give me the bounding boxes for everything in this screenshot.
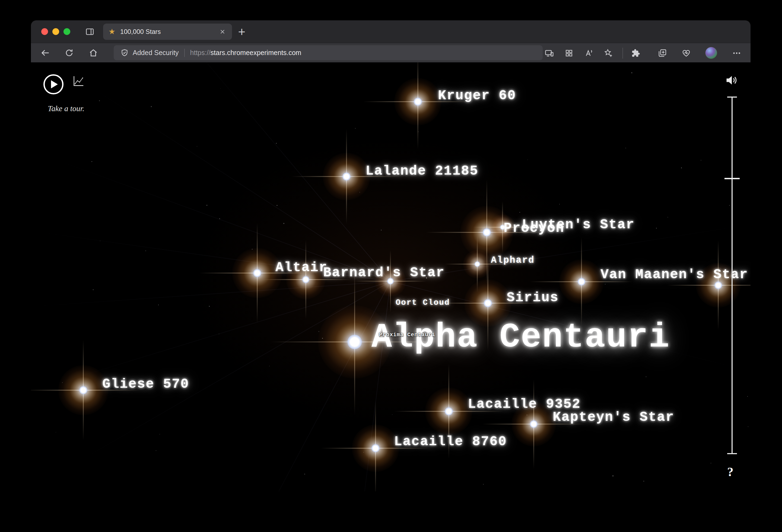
star-label-luytens-star[interactable]: Luyten's Star (522, 218, 635, 232)
new-tab-button[interactable]: + (235, 24, 249, 40)
background-star (219, 218, 220, 219)
url-scheme: https:// (190, 49, 211, 57)
flare-v-icon (418, 62, 418, 149)
background-star (269, 366, 270, 366)
background-star (92, 161, 92, 162)
back-button[interactable] (37, 47, 54, 58)
background-star (605, 284, 606, 285)
background-star (701, 160, 701, 160)
background-star (747, 396, 748, 397)
background-star (668, 217, 668, 218)
send-to-devices-icon[interactable] (542, 48, 556, 58)
star-label-proxima-centauri[interactable]: Proxima Centauri (379, 332, 435, 338)
background-star (93, 289, 94, 290)
star-label-lacaille-9352[interactable]: Lacaille 9352 (468, 397, 581, 411)
help-button[interactable]: ? (727, 465, 734, 479)
zoom-slider[interactable] (720, 92, 744, 461)
more-menu-icon[interactable] (730, 48, 743, 58)
tab-overview-icon[interactable] (85, 27, 95, 37)
core-icon (79, 386, 87, 394)
background-star (159, 434, 160, 435)
background-star (145, 251, 146, 251)
background-star (483, 484, 484, 485)
background-star (748, 426, 748, 427)
tour-play-button[interactable] (43, 74, 64, 94)
home-button[interactable] (85, 47, 102, 58)
star-label-sirius[interactable]: Sirius (507, 291, 559, 304)
volume-icon[interactable] (724, 73, 739, 87)
background-star (99, 100, 100, 101)
traffic-lights (41, 28, 70, 35)
extensions-icon[interactable] (629, 48, 643, 58)
background-star (276, 143, 277, 144)
apps-grid-icon[interactable] (562, 48, 576, 58)
security-label: Added Security (133, 49, 179, 57)
star-label-altair[interactable]: Altair (275, 261, 327, 274)
add-favorite-icon[interactable] (602, 48, 615, 58)
minimize-window-button[interactable] (52, 28, 59, 35)
background-star (158, 304, 159, 305)
browser-toolbar: Added Security https:// stars.chromeexpe… (31, 43, 750, 62)
background-star (643, 481, 644, 482)
background-star (220, 88, 221, 89)
address-separator (184, 49, 185, 57)
profile-avatar[interactable] (705, 47, 717, 59)
address-bar[interactable]: Added Security https:// stars.chromeexpe… (114, 45, 543, 60)
browser-essentials-icon[interactable] (679, 48, 693, 58)
background-star (631, 72, 632, 73)
core-icon (414, 98, 422, 106)
star-label-kruger-60[interactable]: Kruger 60 (438, 89, 516, 103)
core-icon (474, 261, 480, 267)
background-star (355, 128, 356, 129)
zoom-slider-handle[interactable] (724, 178, 740, 179)
star-label-alphard[interactable]: Alphard (491, 256, 535, 265)
core-icon (371, 444, 380, 452)
star-label-kapteyns-star[interactable]: Kapteyn's Star (553, 411, 674, 424)
browser-window: ★ 100,000 Stars + (31, 20, 750, 491)
core-icon (343, 173, 351, 181)
security-shield-icon (120, 48, 129, 57)
background-star (156, 450, 156, 451)
zoom-slider-top-cap (727, 97, 737, 98)
tab-100000-stars[interactable]: ★ 100,000 Stars (103, 24, 232, 40)
reload-button[interactable] (61, 47, 77, 58)
background-star (100, 241, 100, 241)
starfield: Take a tour. ? Kruger 60Lalande 21185Pro… (31, 62, 750, 491)
core-icon (484, 299, 492, 307)
core-icon (347, 335, 362, 349)
background-star (219, 334, 219, 334)
background-star (681, 167, 682, 168)
background-star (392, 414, 393, 415)
tab-bar: ★ 100,000 Stars + (31, 20, 750, 43)
url-host: stars.chromeexperiments.com (211, 49, 301, 57)
core-icon (253, 269, 261, 277)
background-star (305, 474, 305, 474)
core-icon (445, 407, 453, 415)
zoom-window-button[interactable] (64, 28, 70, 35)
background-star (656, 228, 657, 229)
spectral-chart-icon[interactable] (72, 75, 84, 87)
background-star (711, 463, 711, 463)
zoom-slider-track[interactable] (732, 97, 733, 454)
core-icon (530, 420, 537, 428)
star-label-oort-cloud[interactable]: Oort Cloud (396, 299, 450, 307)
background-star (56, 432, 56, 432)
take-a-tour-link[interactable]: Take a tour. (48, 104, 84, 113)
tab-title: 100,000 Stars (120, 28, 218, 36)
core-icon (302, 276, 309, 283)
background-star (612, 475, 613, 477)
star-label-lacaille-8760[interactable]: Lacaille 8760 (394, 435, 507, 449)
tab-close-icon[interactable] (218, 28, 226, 36)
star-label-lalande-21185[interactable]: Lalande 21185 (365, 164, 478, 178)
tab-favicon-star-icon: ★ (109, 28, 115, 36)
star-label-barnards-star[interactable]: Barnard's Star (323, 266, 445, 279)
background-star (151, 106, 152, 107)
background-star (626, 148, 626, 148)
collections-icon[interactable] (655, 48, 669, 58)
star-label-gliese-570[interactable]: Gliese 570 (102, 377, 189, 391)
close-window-button[interactable] (41, 28, 48, 35)
read-aloud-icon[interactable] (582, 48, 595, 58)
background-star (646, 376, 646, 377)
toolbar-separator (623, 48, 623, 59)
core-icon (578, 278, 585, 286)
